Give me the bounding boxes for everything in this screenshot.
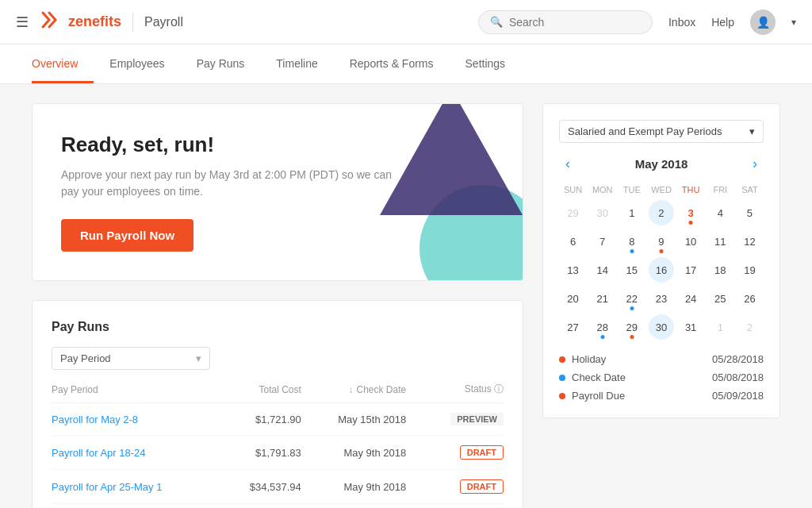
calendar-day[interactable]: 30 (590, 200, 615, 225)
red-legend-dot-icon (559, 356, 565, 363)
legend-date: 05/09/2018 (712, 390, 764, 402)
calendar-day[interactable]: 24 (678, 286, 703, 311)
calendar-day[interactable]: 11 (707, 229, 733, 254)
status-badge: DRAFT (460, 479, 504, 494)
pay-run-link[interactable]: Payroll for May 2-8 (52, 414, 138, 425)
tab-employees[interactable]: Employees (94, 44, 180, 83)
calendar-day[interactable]: 7 (590, 229, 615, 254)
calendar-legend-item: Check Date05/08/2018 (559, 371, 764, 383)
calendar-day[interactable]: 1 (707, 314, 733, 340)
calendar-day[interactable]: 14 (590, 257, 615, 283)
calendar-day[interactable]: 17 (678, 257, 703, 283)
pay-runs-card: Pay Runs Pay Period ▾ Pay Period Total C… (32, 300, 523, 508)
pay-run-link[interactable]: Payroll for Apr 25-May 1 (52, 481, 162, 493)
pay-runs-title: Pay Runs (52, 320, 504, 334)
pay-run-link[interactable]: Payroll for Apr 18-24 (52, 447, 146, 459)
col-check-date: ↓Check Date (301, 376, 406, 403)
avatar: 👤 (750, 10, 776, 35)
table-row: Payroll for Apr 25-May 1 $2,001.90 May 9… (52, 504, 504, 509)
header-right: 🔍 Inbox Help 👤 ▾ (478, 10, 796, 35)
search-box[interactable]: 🔍 (478, 10, 653, 34)
cell-status: DRAFT (406, 504, 504, 509)
tab-reports-forms[interactable]: Reports & Forms (334, 44, 450, 83)
calendar-day-header: FRI (707, 182, 734, 198)
calendar-next-button[interactable]: › (746, 156, 764, 172)
table-toolbar: Pay Period ▾ (52, 347, 504, 370)
cell-check-date: May 9th 2018 (301, 470, 406, 504)
hero-card: Ready, set, run! Approve your next pay r… (32, 103, 523, 281)
calendar-day[interactable]: 15 (619, 257, 645, 283)
cell-pay-period: Payroll for Apr 18-24 (52, 436, 222, 470)
calendar-day[interactable]: 10 (678, 229, 703, 254)
calendar-legend-item: Payroll Due05/09/2018 (559, 390, 764, 402)
tab-settings[interactable]: Settings (450, 44, 522, 83)
calendar-day[interactable]: 26 (737, 286, 762, 311)
nav-tabs: Overview Employees Pay Runs Timeline Rep… (0, 44, 812, 84)
calendar-day[interactable]: 1 (619, 200, 645, 225)
calendar-day[interactable]: 3 (678, 200, 703, 225)
blue-dot-icon (630, 306, 634, 310)
cell-pay-period: Payroll for Apr 25-May 1 (52, 470, 222, 504)
blue-legend-dot-icon (559, 375, 565, 381)
inbox-link[interactable]: Inbox (668, 16, 695, 29)
cell-total-cost: $34,537.94 (222, 470, 301, 504)
legend-label: Payroll Due (572, 390, 625, 402)
legend-label: Holiday (572, 353, 606, 365)
calendar-day[interactable]: 29 (561, 200, 586, 225)
table-row: Payroll for Apr 25-May 1 $34,537.94 May … (52, 470, 504, 504)
calendar-day-header: SAT (736, 182, 764, 198)
avatar-caret-icon[interactable]: ▾ (791, 17, 796, 28)
app-title: Payroll (144, 15, 183, 29)
table-row: Payroll for May 2-8 $1,721.90 May 15th 2… (52, 403, 504, 436)
calendar-day[interactable]: 2 (737, 314, 762, 340)
calendar-day[interactable]: 22 (619, 286, 645, 311)
calendar-day[interactable]: 19 (737, 257, 762, 283)
calendar-day[interactable]: 29 (619, 314, 645, 340)
pay-period-filter[interactable]: Pay Period ▾ (52, 347, 210, 370)
calendar-day[interactable]: 2 (649, 200, 674, 225)
calendar-month-label: May 2018 (635, 157, 688, 171)
calendar-day[interactable]: 5 (737, 200, 762, 225)
calendar-prev-button[interactable]: ‹ (559, 156, 576, 172)
tab-overview[interactable]: Overview (32, 44, 94, 83)
calendar-day-header: WED (647, 182, 675, 198)
calendar-day-header: THU (677, 182, 705, 198)
pay-runs-table: Pay Period Total Cost ↓Check Date Status… (52, 376, 504, 508)
calendar-day[interactable]: 9 (649, 229, 674, 254)
legend-label: Check Date (572, 371, 626, 383)
hamburger-menu[interactable]: ☰ (16, 13, 29, 31)
calendar-day-header: MON (588, 182, 616, 198)
app-header: ☰ zenefits Payroll 🔍 Inbox Help 👤 ▾ (0, 0, 812, 44)
calendar-day[interactable]: 16 (649, 257, 674, 283)
calendar-day[interactable]: 18 (707, 257, 733, 283)
calendar-day[interactable]: 31 (678, 314, 703, 340)
calendar-day[interactable]: 21 (590, 286, 615, 311)
tab-pay-runs[interactable]: Pay Runs (181, 44, 261, 83)
blue-dot-icon (630, 249, 634, 253)
calendar-day[interactable]: 25 (707, 286, 733, 311)
logo-text: zenefits (68, 13, 121, 30)
calendar-day[interactable]: 28 (590, 314, 615, 340)
calendar-dropdown[interactable]: Salaried and Exempt Pay Periods ▾ (559, 120, 764, 143)
calendar-day[interactable]: 13 (561, 257, 586, 283)
legend-date: 05/28/2018 (712, 353, 764, 365)
calendar-day[interactable]: 12 (737, 229, 762, 254)
tab-timeline[interactable]: Timeline (260, 44, 333, 83)
search-input[interactable] (509, 16, 641, 29)
search-icon: 🔍 (490, 16, 503, 28)
cell-total-cost: $2,001.90 (222, 504, 301, 509)
cell-check-date: May 9th 2018 (301, 436, 406, 470)
help-link[interactable]: Help (711, 16, 734, 29)
red-legend-dot-icon (559, 393, 565, 399)
calendar-day[interactable]: 8 (619, 229, 645, 254)
calendar-day[interactable]: 23 (649, 286, 674, 311)
calendar-day[interactable]: 4 (707, 200, 733, 225)
run-payroll-button[interactable]: Run Payroll Now (61, 219, 193, 252)
cell-check-date: May 9th 2018 (301, 504, 406, 509)
calendar-day[interactable]: 20 (561, 286, 586, 311)
table-row: Payroll for Apr 18-24 $1,791.83 May 9th … (52, 436, 504, 470)
calendar-day[interactable]: 27 (561, 314, 586, 340)
status-badge: DRAFT (460, 445, 504, 460)
calendar-day[interactable]: 6 (561, 229, 586, 254)
calendar-day[interactable]: 30 (649, 314, 674, 340)
